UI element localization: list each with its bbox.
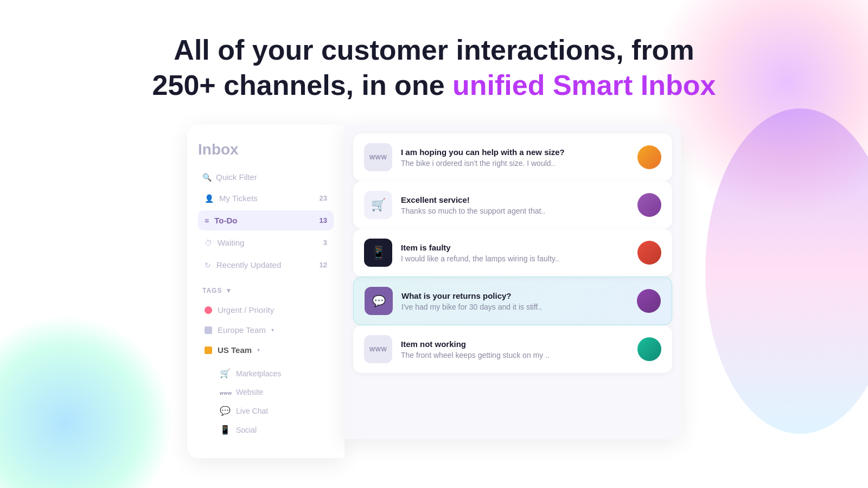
inbox-panel: Inbox 🔍 Quick Filter 👤 My Tickets 23 ≡ T… (187, 125, 344, 458)
page-header: All of your customer interactions, from … (0, 0, 868, 125)
tags-label: TAGS (202, 287, 222, 294)
nav-item-to-do[interactable]: ≡ To-Do 13 (198, 210, 334, 230)
nav-badge-waiting: 3 (323, 239, 327, 247)
tag-label-us-team: US Team (218, 345, 252, 355)
refresh-icon: ↻ (205, 261, 211, 269)
sub-item-social[interactable]: 📱 Social (213, 421, 334, 439)
search-icon: 🔍 (202, 173, 212, 182)
nav-badge-recently-updated: 12 (320, 261, 327, 269)
tags-header: TAGS ▼ (198, 285, 334, 297)
conv-icon-conv-2: 🛒 (364, 191, 392, 219)
conv-title-conv-2: Excellent service! (401, 195, 629, 204)
conversation-card-conv-5[interactable]: WWW Item not working The front wheel kee… (353, 325, 672, 373)
conversation-card-conv-1[interactable]: WWW I am hoping you can help with a new … (353, 133, 672, 181)
headline-highlight: unified Smart Inbox (452, 69, 716, 101)
conversations-panel: WWW I am hoping you can help with a new … (344, 125, 681, 439)
nav-item-waiting[interactable]: ⏱ Waiting 3 (198, 233, 334, 253)
sub-item-label-live-chat: Live Chat (236, 407, 268, 415)
tag-label-europe-team: Europe Team (218, 325, 266, 335)
conv-preview-conv-5: The front wheel keeps getting stuck on m… (401, 351, 629, 359)
conv-icon-conv-1: WWW (364, 143, 392, 171)
conv-title-conv-3: Item is faulty (401, 243, 629, 252)
conv-avatar-conv-2 (637, 193, 661, 217)
conv-preview-conv-4: I've had my bike for 30 days and it is s… (401, 303, 628, 311)
headline-line2-prefix: 250+ channels, in one (152, 69, 452, 101)
conversations-list: WWW I am hoping you can help with a new … (353, 133, 672, 373)
sub-item-label-marketplaces: Marketplaces (236, 369, 281, 378)
tag-row-us-team[interactable]: US Team ▾ (198, 341, 334, 359)
nav-item-my-tickets[interactable]: 👤 My Tickets 23 (198, 188, 334, 208)
conv-title-conv-4: What is your returns policy? (401, 291, 628, 300)
headline: All of your customer interactions, from … (11, 33, 857, 103)
tag-dot-europe-team (205, 326, 212, 334)
nav-label-to-do: To-Do (214, 216, 237, 225)
conv-avatar-conv-4 (637, 289, 661, 313)
nav-items: 👤 My Tickets 23 ≡ To-Do 13 ⏱ Waiting 3 ↻… (198, 188, 334, 275)
conv-avatar-conv-5 (637, 337, 661, 361)
tag-chevron-europe-team: ▾ (271, 327, 274, 333)
sub-item-live-chat[interactable]: 💬 Live Chat (213, 402, 334, 420)
main-content: Inbox 🔍 Quick Filter 👤 My Tickets 23 ≡ T… (0, 125, 868, 458)
tag-chevron-us-team: ▾ (257, 347, 260, 353)
headline-line1: All of your customer interactions, from (174, 34, 694, 66)
tags-section: TAGS ▼ Urgent / Priority Europe Team ▾ U… (198, 285, 334, 440)
clock-icon: ⏱ (205, 239, 212, 247)
conv-title-conv-1: I am hoping you can help with a new size… (401, 147, 629, 157)
sub-item-label-website: Website (236, 388, 263, 396)
tags-chevron-icon: ▼ (225, 287, 232, 294)
quick-filter-label: Quick Filter (216, 172, 257, 182)
conv-icon-conv-4: 💬 (365, 287, 393, 315)
tags-container: Urgent / Priority Europe Team ▾ US Team … (198, 301, 334, 440)
tag-dot-urgent (205, 306, 212, 314)
list-icon: ≡ (205, 216, 209, 225)
conv-preview-conv-1: The bike i ordered isn't the right size.… (401, 159, 629, 168)
conv-title-conv-5: Item not working (401, 339, 629, 349)
tag-us-team[interactable]: US Team ▾ 🛒 Marketplaces www Website 💬 L… (198, 341, 334, 440)
conv-avatar-conv-3 (637, 241, 661, 265)
conv-preview-conv-2: Thanks so much to the support agent that… (401, 207, 629, 215)
sub-items-us-team: 🛒 Marketplaces www Website 💬 Live Chat 📱… (198, 364, 334, 440)
conv-body-conv-5: Item not working The front wheel keeps g… (401, 339, 629, 359)
conv-body-conv-3: Item is faulty I would like a refund, th… (401, 243, 629, 263)
chat-icon: 💬 (220, 406, 231, 416)
sub-item-marketplaces[interactable]: 🛒 Marketplaces (213, 364, 334, 382)
tag-urgent[interactable]: Urgent / Priority (198, 301, 334, 319)
quick-filter-item[interactable]: 🔍 Quick Filter (198, 169, 334, 185)
user-icon: 👤 (205, 194, 214, 203)
conversation-card-conv-4[interactable]: 💬 What is your returns policy? I've had … (353, 277, 672, 325)
nav-item-recently-updated[interactable]: ↻ Recently Updated 12 (198, 255, 334, 275)
conversation-card-conv-3[interactable]: 📱 Item is faulty I would like a refund, … (353, 229, 672, 277)
conv-body-conv-4: What is your returns policy? I've had my… (401, 291, 628, 311)
conv-preview-conv-3: I would like a refund, the lamps wiring … (401, 254, 629, 263)
tag-dot-us-team (205, 346, 212, 354)
tag-label-urgent: Urgent / Priority (218, 305, 274, 314)
conv-icon-conv-3: 📱 (364, 239, 392, 267)
sub-item-label-social: Social (236, 426, 257, 434)
nav-label-waiting: Waiting (218, 238, 244, 247)
conv-body-conv-1: I am hoping you can help with a new size… (401, 147, 629, 168)
conversation-card-conv-2[interactable]: 🛒 Excellent service! Thanks so much to t… (353, 181, 672, 229)
conv-body-conv-2: Excellent service! Thanks so much to the… (401, 195, 629, 215)
conv-avatar-conv-1 (637, 145, 661, 169)
mobile-icon: 📱 (220, 425, 231, 435)
tag-europe-team[interactable]: Europe Team ▾ (198, 321, 334, 339)
nav-label-my-tickets: My Tickets (219, 194, 258, 203)
conv-icon-conv-5: WWW (364, 335, 392, 363)
nav-label-recently-updated: Recently Updated (216, 260, 281, 269)
www-icon: www (220, 387, 231, 397)
nav-badge-to-do: 13 (320, 216, 327, 224)
cart-icon: 🛒 (220, 368, 231, 378)
inbox-title: Inbox (198, 141, 334, 158)
sub-item-website[interactable]: www Website (213, 383, 334, 401)
nav-badge-my-tickets: 23 (320, 194, 327, 202)
